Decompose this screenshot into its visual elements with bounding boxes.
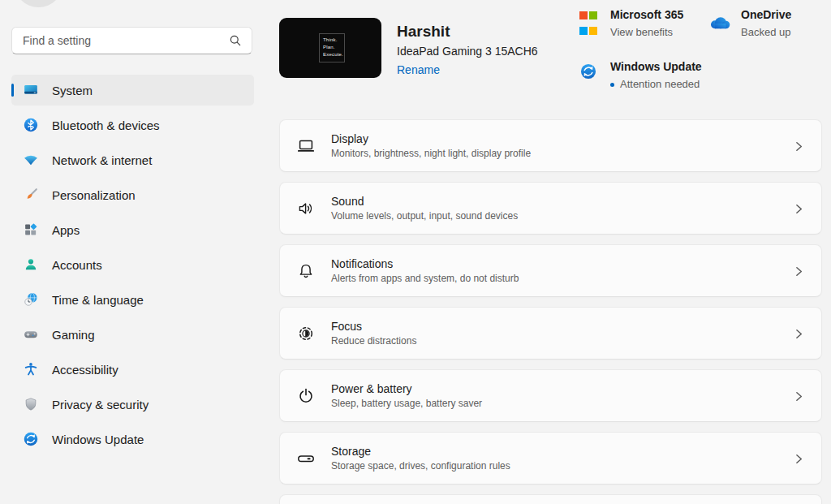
network-icon bbox=[23, 152, 39, 168]
onedrive-subtitle: Backed up bbox=[741, 25, 791, 40]
ms-logo-square-green bbox=[589, 11, 597, 19]
onedrive-icon bbox=[708, 14, 731, 30]
power-icon bbox=[296, 386, 316, 406]
notifications-icon bbox=[296, 261, 316, 281]
focus-icon bbox=[296, 324, 316, 343]
chevron-right-icon bbox=[794, 454, 804, 464]
settings-card-partial[interactable] bbox=[279, 494, 822, 504]
ms-logo-square-blue bbox=[579, 27, 588, 35]
chevron-right-icon bbox=[794, 329, 804, 339]
sidebar-item-label: Personalization bbox=[52, 188, 136, 202]
device-name: Harshit bbox=[397, 23, 450, 41]
card-title: Notifications bbox=[331, 257, 393, 270]
sidebar-item-label: System bbox=[52, 84, 93, 97]
search-input[interactable] bbox=[12, 34, 229, 47]
selected-accent-bar bbox=[11, 84, 14, 97]
card-subtitle: Sleep, battery usage, battery saver bbox=[331, 398, 482, 409]
accounts-icon bbox=[23, 256, 39, 273]
privacy-icon bbox=[23, 396, 39, 412]
microsoft-365-subtitle: View benefits bbox=[610, 25, 683, 40]
sidebar-item-bluetooth-devices[interactable]: Bluetooth & devices bbox=[11, 110, 254, 140]
sidebar-item-label: Gaming bbox=[52, 328, 95, 342]
device-model: IdeaPad Gaming 3 15ACH6 bbox=[397, 45, 538, 58]
sidebar-item-accounts[interactable]: Accounts bbox=[11, 249, 254, 280]
sidebar-item-privacy-security[interactable]: Privacy & security bbox=[11, 389, 254, 420]
bluetooth-icon bbox=[23, 117, 39, 133]
apps-icon bbox=[23, 222, 39, 238]
microsoft-365-status[interactable]: Microsoft 365 View benefits bbox=[579, 6, 683, 40]
settings-card-list: Display Monitors, brightness, night ligh… bbox=[279, 119, 822, 504]
card-title: Display bbox=[331, 132, 368, 145]
chevron-right-icon bbox=[794, 141, 804, 152]
storage-icon bbox=[296, 449, 316, 468]
sidebar-item-personalization[interactable]: Personalization bbox=[11, 179, 254, 210]
thumbnail-line: Plan. bbox=[323, 44, 344, 51]
chevron-right-icon bbox=[794, 391, 804, 402]
settings-card-power-battery[interactable]: Power & battery Sleep, battery usage, ba… bbox=[279, 369, 822, 422]
personalization-icon bbox=[23, 187, 39, 203]
sidebar-item-time-language[interactable]: Time & language bbox=[11, 284, 254, 315]
sidebar-item-label: Network & internet bbox=[52, 153, 152, 167]
onedrive-status[interactable]: OneDrive Backed up bbox=[708, 6, 791, 40]
attention-dot bbox=[610, 83, 614, 87]
sidebar-item-label: Time & language bbox=[52, 293, 144, 307]
settings-card-sound[interactable]: Sound Volume levels, output, input, soun… bbox=[279, 182, 822, 235]
chevron-right-icon bbox=[794, 266, 804, 277]
card-title: Storage bbox=[331, 445, 371, 458]
sidebar-item-label: Privacy & security bbox=[52, 398, 149, 411]
system-icon bbox=[23, 82, 39, 98]
onedrive-title: OneDrive bbox=[741, 6, 791, 23]
sidebar-item-label: Windows Update bbox=[52, 433, 144, 446]
time-language-icon bbox=[23, 291, 39, 308]
card-title: Focus bbox=[331, 320, 362, 333]
windows-update-subtitle: Attention needed bbox=[610, 77, 702, 92]
sidebar-item-network-internet[interactable]: Network & internet bbox=[11, 144, 254, 175]
sidebar-item-apps[interactable]: Apps bbox=[11, 214, 254, 245]
display-icon bbox=[296, 136, 316, 156]
windows-update-status[interactable]: Windows Update Attention needed bbox=[579, 58, 702, 92]
chevron-right-icon bbox=[794, 204, 804, 214]
sidebar-item-system[interactable]: System bbox=[11, 75, 254, 106]
gaming-icon bbox=[23, 326, 39, 342]
device-thumbnail: Think. Plan. Execute. bbox=[279, 18, 381, 78]
card-subtitle: Alerts from apps and system, do not dist… bbox=[331, 273, 519, 284]
sound-icon bbox=[296, 199, 316, 218]
settings-card-display[interactable]: Display Monitors, brightness, night ligh… bbox=[279, 119, 822, 172]
avatar[interactable] bbox=[14, 0, 63, 7]
card-subtitle: Volume levels, output, input, sound devi… bbox=[331, 210, 518, 222]
search-box[interactable] bbox=[11, 27, 252, 54]
microsoft-365-icon bbox=[579, 11, 597, 40]
card-title: Sound bbox=[331, 195, 364, 208]
settings-card-notifications[interactable]: Notifications Alerts from apps and syste… bbox=[279, 244, 822, 297]
accessibility-icon bbox=[23, 361, 39, 377]
sidebar-item-label: Accounts bbox=[52, 258, 102, 272]
sidebar-item-windows-update[interactable]: Windows Update bbox=[11, 424, 254, 454]
rename-link[interactable]: Rename bbox=[397, 63, 440, 76]
windows-update-title: Windows Update bbox=[610, 58, 702, 75]
card-subtitle: Storage space, drives, configuration rul… bbox=[331, 460, 510, 472]
microsoft-365-title: Microsoft 365 bbox=[610, 6, 683, 23]
thumbnail-text: Think. Plan. Execute. bbox=[319, 33, 345, 62]
ms-logo-square-yellow bbox=[589, 27, 597, 35]
card-title: Power & battery bbox=[331, 382, 412, 395]
ms-logo-square-red bbox=[579, 11, 588, 19]
thumbnail-line: Execute. bbox=[323, 51, 344, 58]
sidebar-item-accessibility[interactable]: Accessibility bbox=[11, 354, 254, 385]
sidebar-item-gaming[interactable]: Gaming bbox=[11, 319, 254, 350]
card-subtitle: Monitors, brightness, night light, displ… bbox=[331, 148, 531, 159]
settings-card-focus[interactable]: Focus Reduce distractions bbox=[279, 307, 822, 360]
sidebar-item-label: Bluetooth & devices bbox=[52, 118, 160, 132]
windows-update-icon bbox=[23, 431, 39, 447]
settings-card-storage[interactable]: Storage Storage space, drives, configura… bbox=[279, 432, 822, 485]
card-subtitle: Reduce distractions bbox=[331, 335, 416, 347]
sidebar-item-label: Accessibility bbox=[52, 363, 118, 377]
search-icon[interactable] bbox=[229, 34, 242, 47]
sidebar-nav: System Bluetooth & devices Network & int… bbox=[11, 75, 254, 454]
thumbnail-line: Think. bbox=[323, 37, 344, 44]
sidebar-item-label: Apps bbox=[52, 223, 80, 237]
windows-update-icon bbox=[579, 62, 597, 80]
